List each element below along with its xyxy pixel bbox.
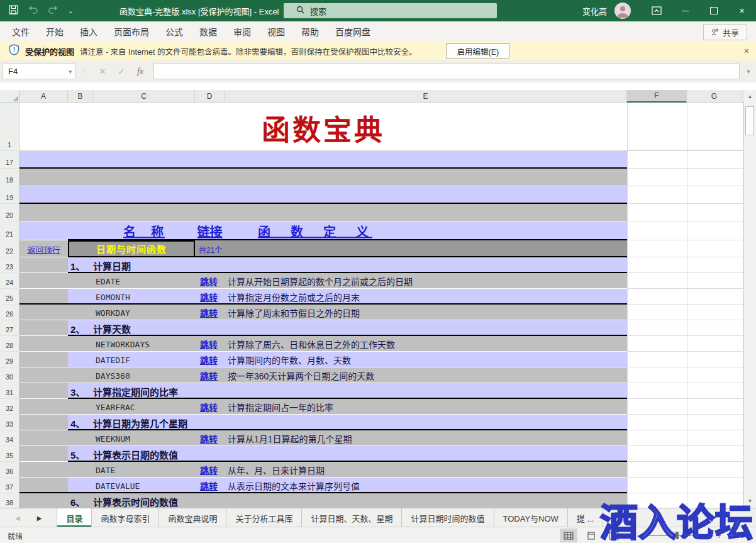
zoom-in-icon[interactable]: + xyxy=(714,531,723,540)
zoom-level[interactable]: 100% xyxy=(728,531,751,540)
ribbon-tab-5[interactable]: 数据 xyxy=(191,21,225,42)
formula-input[interactable] xyxy=(153,64,740,79)
ribbon-tab-3[interactable]: 页面布局 xyxy=(106,21,157,42)
ribbon-display-options-icon[interactable] xyxy=(642,0,671,21)
minimize-button[interactable] xyxy=(671,0,699,21)
row-header-32[interactable]: 32 xyxy=(0,399,19,415)
sheet-tab-7[interactable]: 提 ... xyxy=(568,508,603,527)
sheet-tab-5[interactable]: 计算日期时间的数值 xyxy=(402,508,494,527)
row-header-20[interactable]: 20 xyxy=(0,204,19,221)
row-header-23[interactable]: 23 xyxy=(0,257,19,273)
scroll-down-icon[interactable]: ▼ xyxy=(744,495,756,507)
row-header-1[interactable]: 1 xyxy=(0,103,19,151)
jump-link[interactable]: 跳转 xyxy=(200,306,218,319)
expand-formula-bar-icon[interactable]: ▾ xyxy=(742,68,755,75)
column-header-G[interactable]: G xyxy=(687,90,742,103)
name-box-dropdown-icon[interactable]: ▾ xyxy=(69,69,72,75)
column-header-E[interactable]: E xyxy=(225,90,627,103)
row-header-36[interactable]: 36 xyxy=(0,462,19,478)
column-header-B[interactable]: B xyxy=(68,90,93,103)
row-header-22[interactable]: 22 xyxy=(0,240,19,257)
row-header-28[interactable]: 28 xyxy=(0,336,19,352)
row-header-17[interactable]: 17 xyxy=(0,151,19,169)
jump-link[interactable]: 跳转 xyxy=(200,464,218,476)
column-header-D[interactable]: D xyxy=(195,90,225,103)
maximize-button[interactable] xyxy=(699,0,728,21)
row-header-30[interactable]: 30 xyxy=(0,367,19,383)
enable-editing-button[interactable]: 启用编辑(E) xyxy=(446,43,509,59)
prev-sheet-icon[interactable]: ◀ xyxy=(15,515,20,522)
function-name: DAYS360 xyxy=(96,371,130,380)
ribbon-tab-9[interactable]: 百度网盘 xyxy=(327,21,379,42)
sheet-tab-4[interactable]: 计算日期、天数、星期 xyxy=(302,508,402,527)
insert-function-icon[interactable]: fx xyxy=(131,67,150,77)
ribbon-tab-file[interactable]: 文件 xyxy=(4,21,38,42)
next-sheet-icon[interactable]: ▶ xyxy=(37,515,42,522)
share-button[interactable]: 共享 xyxy=(703,24,747,40)
scrollbar-thumb[interactable] xyxy=(745,106,754,135)
select-all-corner[interactable] xyxy=(0,90,19,103)
row-header-33[interactable]: 33 xyxy=(0,415,19,430)
sheet-tab-0[interactable]: 目录 xyxy=(57,508,92,527)
jump-link[interactable]: 跳转 xyxy=(200,291,218,303)
scroll-up-icon[interactable]: ▲ xyxy=(744,90,756,103)
normal-view-icon[interactable] xyxy=(560,529,577,542)
row-header-37[interactable]: 37 xyxy=(0,478,19,493)
column-header-A[interactable]: A xyxy=(19,90,68,103)
jump-link[interactable]: 跳转 xyxy=(200,432,218,445)
banner-close-icon[interactable]: × xyxy=(744,46,749,56)
row-header-27[interactable]: 27 xyxy=(0,320,19,336)
tab-more-icon[interactable]: ⋮ xyxy=(631,513,638,522)
zoom-slider-thumb[interactable] xyxy=(675,532,679,539)
ribbon-tab-8[interactable]: 帮助 xyxy=(293,21,327,42)
ribbon-tab-6[interactable]: 审阅 xyxy=(225,21,259,42)
zoom-slider[interactable] xyxy=(642,535,709,536)
row-header-35[interactable]: 35 xyxy=(0,446,19,462)
row-header-24[interactable]: 24 xyxy=(0,273,19,289)
undo-icon[interactable] xyxy=(28,5,38,16)
search-box[interactable]: 搜索 xyxy=(284,3,497,18)
row-header-31[interactable]: 31 xyxy=(0,383,19,399)
sheet-tab-1[interactable]: 函数字母索引 xyxy=(92,508,159,527)
ribbon-tab-1[interactable]: 开始 xyxy=(38,21,72,42)
row-header-29[interactable]: 29 xyxy=(0,352,19,367)
ribbon-tab-2[interactable]: 插入 xyxy=(72,21,106,42)
page-layout-view-icon[interactable] xyxy=(582,529,600,542)
vertical-scrollbar[interactable]: ▲ ▼ xyxy=(743,90,756,508)
sheet-tab-6[interactable]: TODAY与NOW xyxy=(494,508,568,527)
column-header-C[interactable]: C xyxy=(93,90,195,103)
jump-link[interactable]: 跳转 xyxy=(200,369,218,382)
close-button[interactable]: × xyxy=(728,0,756,21)
row-header-18[interactable]: 18 xyxy=(0,169,19,186)
jump-link[interactable]: 跳转 xyxy=(200,401,218,413)
user-avatar[interactable] xyxy=(614,3,631,19)
ribbon-tab-7[interactable]: 视图 xyxy=(259,21,293,42)
save-icon[interactable] xyxy=(9,5,18,17)
row-header-34[interactable]: 34 xyxy=(0,430,19,446)
row-header-19[interactable]: 19 xyxy=(0,186,19,204)
jump-link[interactable]: 跳转 xyxy=(200,354,218,366)
row-body-26: WORKDAY跳转计算除了周末和节假日之外的日期 xyxy=(19,305,743,320)
jump-link[interactable]: 跳转 xyxy=(200,275,218,288)
ribbon-tab-4[interactable]: 公式 xyxy=(157,21,191,42)
redo-icon[interactable] xyxy=(48,5,58,16)
customize-qat-icon[interactable]: ⌄ xyxy=(68,8,73,14)
cancel-entry-icon[interactable]: ✕ xyxy=(93,67,112,76)
row-header-21[interactable]: 21 xyxy=(0,221,19,240)
back-to-top-link[interactable]: 返回顶行 xyxy=(19,243,68,255)
confirm-entry-icon[interactable]: ✓ xyxy=(112,67,131,76)
row-header-26[interactable]: 26 xyxy=(0,305,19,320)
name-box[interactable]: F4 ▾ xyxy=(3,64,75,79)
jump-link[interactable]: 跳转 xyxy=(200,479,218,492)
add-sheet-icon[interactable]: + xyxy=(611,512,622,523)
jump-link[interactable]: 跳转 xyxy=(200,338,218,350)
row-header-38[interactable]: 38 xyxy=(0,493,19,508)
formula-bar-grip[interactable]: ⋮ xyxy=(81,67,88,76)
user-name[interactable]: 变化高 xyxy=(582,5,607,17)
sheet-tab-3[interactable]: 关于分析工具库 xyxy=(226,508,302,527)
row-header-25[interactable]: 25 xyxy=(0,289,19,305)
zoom-out-icon[interactable]: − xyxy=(628,531,636,540)
column-header-F[interactable]: F xyxy=(627,90,687,103)
page-break-view-icon[interactable] xyxy=(605,529,623,542)
sheet-tab-2[interactable]: 函数宝典说明 xyxy=(159,508,226,527)
